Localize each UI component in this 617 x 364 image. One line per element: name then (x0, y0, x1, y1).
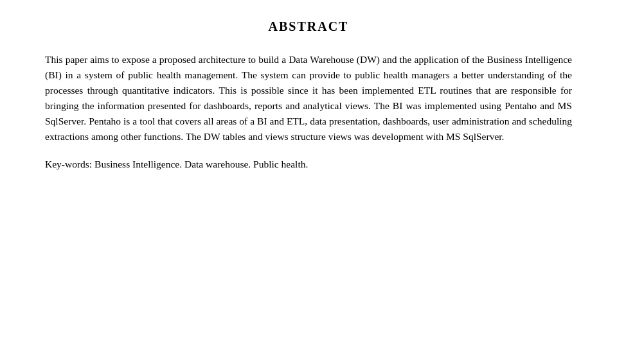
abstract-paragraph: This paper aims to expose a proposed arc… (45, 52, 572, 144)
abstract-body: This paper aims to expose a proposed arc… (45, 52, 572, 144)
page-container: ABSTRACT This paper aims to expose a pro… (0, 0, 617, 364)
abstract-title: ABSTRACT (45, 19, 572, 34)
keywords: Key-words: Business Intelligence. Data w… (45, 159, 572, 170)
